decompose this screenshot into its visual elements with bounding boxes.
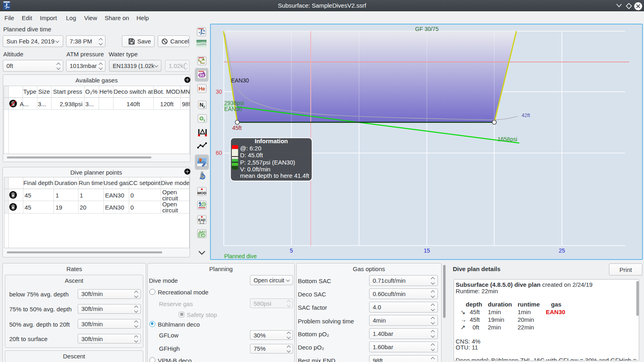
svg-text:30: 30 bbox=[216, 88, 222, 95]
svg-text:60: 60 bbox=[216, 150, 222, 156]
svg-text:2: 2 bbox=[203, 105, 205, 109]
svg-text:GF 30/75: GF 30/75 bbox=[415, 26, 439, 32]
svg-text:EAN30: EAN30 bbox=[231, 77, 249, 84]
svg-text:V: 0.0ft/min: V: 0.0ft/min bbox=[240, 166, 270, 173]
svg-text:D: 45.0ft: D: 45.0ft bbox=[240, 152, 264, 158]
svg-text:MOD: MOD bbox=[197, 190, 206, 195]
svg-text:He: He bbox=[198, 86, 205, 92]
svg-text:mean depth to here 41.4ft: mean depth to here 41.4ft bbox=[240, 172, 310, 179]
svg-text:Information: Information bbox=[255, 138, 288, 144]
svg-text:45ft: 45ft bbox=[232, 125, 242, 131]
svg-text:5: 5 bbox=[290, 247, 293, 254]
svg-text:(...): (...) bbox=[200, 221, 204, 224]
svg-text:O: O bbox=[199, 115, 203, 121]
svg-text:15: 15 bbox=[424, 247, 430, 254]
svg-text:25: 25 bbox=[559, 247, 565, 254]
svg-text:EAN30: EAN30 bbox=[224, 106, 242, 112]
svg-text:P: 2,557psi (EAN30): P: 2,557psi (EAN30) bbox=[240, 159, 295, 166]
svg-text:42ft: 42ft bbox=[522, 113, 530, 118]
svg-text:Planned dive: Planned dive bbox=[224, 253, 257, 259]
svg-text:2: 2 bbox=[203, 119, 205, 122]
svg-text:1658psi: 1658psi bbox=[497, 136, 517, 142]
svg-text:@: 6:20: @: 6:20 bbox=[240, 145, 262, 152]
